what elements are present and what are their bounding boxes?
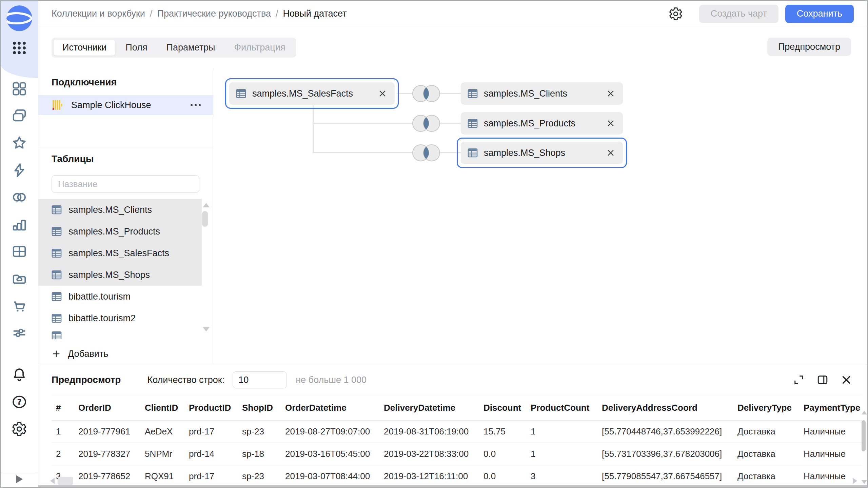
- app-window: ? Коллекции и воркбуки/Практические руко…: [0, 0, 868, 488]
- charts-icon[interactable]: [12, 217, 27, 232]
- list-scroll-up-icon[interactable]: [203, 203, 210, 207]
- table-node-products[interactable]: samples.MS_Products: [461, 112, 623, 135]
- dashboards-icon[interactable]: [12, 81, 27, 97]
- remove-table-icon[interactable]: [606, 148, 615, 158]
- table-node-salesfacts[interactable]: samples.MS_SalesFacts: [229, 82, 395, 105]
- node-label: samples.MS_Shops: [484, 148, 565, 158]
- split-view-icon[interactable]: [816, 374, 829, 386]
- preview-table-row: 22019-7783275NPMrprd-14sp-182019-03-16T0…: [52, 443, 862, 465]
- marketplace-cart-icon[interactable]: [12, 298, 27, 313]
- expand-panel-icon[interactable]: [16, 475, 23, 483]
- row-count-label: Количество строк:: [147, 375, 224, 385]
- connection-item[interactable]: Sample ClickHouse: [38, 95, 213, 115]
- preview-table: #OrderIDClientIDProductIDShopIDOrderDate…: [52, 395, 862, 485]
- services-sliders-icon[interactable]: [12, 325, 27, 341]
- tables-list: samples.MS_Clientssamples.MS_Productssam…: [38, 199, 202, 341]
- column-header: DeliveryDatetime: [379, 403, 479, 413]
- table-node-shops[interactable]: samples.MS_Shops: [461, 142, 623, 164]
- node-label: samples.MS_Products: [484, 118, 575, 129]
- tab-Источники[interactable]: Источники: [54, 40, 115, 56]
- workbooks-icon[interactable]: [12, 108, 27, 124]
- add-table-button[interactable]: Добавить: [52, 345, 108, 362]
- table-cell: Доставка: [733, 426, 799, 437]
- breadcrumb-item: Новый датасет: [283, 8, 347, 19]
- tab-Фильтрация[interactable]: Фильтрация: [225, 40, 294, 56]
- datasets-table-icon[interactable]: [12, 244, 27, 259]
- table-cell: 0.0: [479, 449, 526, 459]
- clickhouse-icon: [52, 99, 64, 111]
- apps-menu-icon[interactable]: [12, 41, 27, 55]
- table-icon: [236, 89, 246, 98]
- scrollbar-thumb[interactable]: [862, 420, 866, 451]
- breadcrumb-item[interactable]: Практические руководства: [157, 8, 271, 19]
- table-icon: [52, 227, 62, 236]
- scroll-left-icon[interactable]: [50, 478, 55, 484]
- scroll-up-icon[interactable]: [862, 411, 867, 414]
- table-search-input[interactable]: [52, 175, 199, 193]
- breadcrumb-item[interactable]: Коллекции и воркбуки: [52, 8, 145, 19]
- node-label: samples.MS_Clients: [484, 88, 567, 99]
- table-cell: 15.75: [479, 426, 526, 437]
- topbar-actions: Создать чарт Сохранить: [669, 5, 854, 23]
- selected-node-outline: samples.MS_SalesFacts: [225, 78, 399, 109]
- tab-Поля[interactable]: Поля: [117, 40, 156, 56]
- window-scrollbar-track[interactable]: [1, 485, 867, 487]
- connections-icon[interactable]: [12, 189, 27, 205]
- table-cell: 2019-778327: [74, 449, 140, 459]
- table-cell: prd-14: [184, 449, 238, 459]
- expand-preview-icon[interactable]: [793, 374, 805, 386]
- preview-controls: [793, 374, 852, 386]
- join-type-icon[interactable]: [411, 84, 442, 103]
- datalens-logo-icon[interactable]: [6, 5, 32, 31]
- table-cell: [55.770448746,37.653992226]: [597, 426, 733, 437]
- join-type-icon[interactable]: [411, 143, 442, 162]
- tab-Параметры[interactable]: Параметры: [158, 40, 224, 56]
- column-header: ShopID: [238, 403, 281, 413]
- column-header: #: [52, 403, 74, 413]
- connection-menu-icon[interactable]: [190, 101, 201, 109]
- breadcrumb: Коллекции и воркбуки/Практические руково…: [52, 8, 347, 19]
- row-count-input[interactable]: [233, 371, 287, 388]
- table-icon: [52, 248, 62, 258]
- scrollbar-thumb[interactable]: [58, 477, 73, 485]
- create-chart-button[interactable]: Создать чарт: [699, 5, 778, 23]
- table-name: bibattle.tourism2: [68, 313, 136, 324]
- connection-name: Sample ClickHouse: [71, 100, 151, 110]
- editor-lightning-icon[interactable]: [12, 162, 27, 178]
- table-list-item[interactable]: bibattle.tourism2: [38, 307, 202, 329]
- join-type-icon[interactable]: [411, 114, 442, 133]
- connections-panel: Подключения Sample ClickHouse Таблицы sa…: [38, 68, 213, 365]
- remove-table-icon[interactable]: [378, 89, 387, 98]
- join-connector-line: [313, 105, 314, 153]
- remove-table-icon[interactable]: [606, 119, 615, 128]
- storage-folder-icon[interactable]: [12, 271, 27, 286]
- help-icon[interactable]: ?: [12, 394, 27, 410]
- table-cell: 2019-03-16T05:45:00: [281, 449, 379, 459]
- table-name: samples.MS_Shops: [68, 270, 150, 280]
- remove-table-icon[interactable]: [606, 89, 615, 98]
- table-list-item[interactable]: samples.MS_Clients: [38, 199, 202, 221]
- table-node-clients[interactable]: samples.MS_Clients: [461, 82, 623, 105]
- close-preview-icon[interactable]: [840, 374, 852, 386]
- table-list-item[interactable]: samples.MS_Shops: [38, 264, 202, 286]
- dataset-settings-gear-icon[interactable]: [669, 7, 683, 21]
- table-cell: 2: [52, 449, 74, 459]
- notifications-bell-icon[interactable]: [12, 367, 27, 383]
- table-icon: [52, 313, 62, 323]
- save-button[interactable]: Сохранить: [785, 5, 854, 23]
- table-list-item[interactable]: samples.MS_Products: [38, 221, 202, 242]
- table-list-item-clipped[interactable]: [38, 329, 202, 339]
- scroll-down-icon[interactable]: [862, 480, 867, 484]
- connections-title: Подключения: [52, 77, 117, 88]
- table-list-item[interactable]: bibattle.tourism: [38, 286, 202, 307]
- column-header: ClientID: [140, 403, 184, 413]
- table-list-item[interactable]: samples.MS_SalesFacts: [38, 242, 202, 264]
- settings-gear-icon[interactable]: [12, 421, 27, 437]
- list-scrollbar-thumb[interactable]: [202, 211, 208, 227]
- favorites-star-icon[interactable]: [12, 135, 27, 151]
- table-cell: 1: [526, 426, 597, 437]
- preview-vertical-scrollbar: [861, 411, 867, 484]
- list-scroll-down-icon[interactable]: [203, 327, 210, 331]
- preview-toggle-button[interactable]: Предпросмотр: [767, 38, 851, 56]
- scroll-right-icon[interactable]: [853, 478, 857, 484]
